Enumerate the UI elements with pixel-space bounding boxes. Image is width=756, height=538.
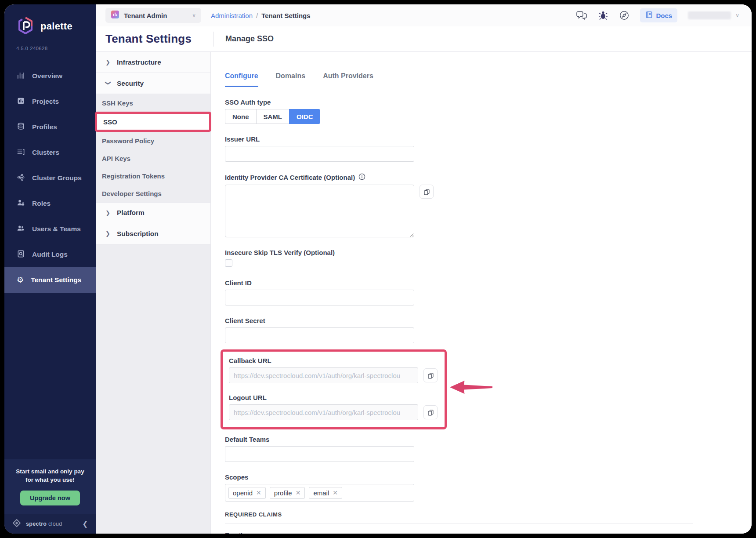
bug-report-icon[interactable] [598,10,608,21]
sidebar-item-label: Cluster Groups [32,174,82,182]
sidebar-item-label: Tenant Settings [31,276,81,284]
sidebar-item-overview[interactable]: Overview [4,63,96,89]
sidebar-item-roles[interactable]: Roles [4,191,96,216]
field-client-id: Client ID [225,279,752,305]
issuer-url-input[interactable] [225,146,414,162]
copy-ca-certificate-button[interactable] [420,185,434,199]
project-selector[interactable]: Tenant Admin ∨ [105,8,201,23]
auth-type-saml-button[interactable]: SAML [256,109,289,124]
sidebar-item-tenant-settings[interactable]: ⚙ Tenant Settings [4,267,96,293]
docs-button[interactable]: Docs [640,8,678,22]
tab-configure[interactable]: Configure [225,72,258,87]
collapse-sidebar-icon[interactable]: ❮ [82,520,88,528]
chevron-down-icon: ∨ [192,12,196,18]
callback-url-input[interactable] [229,367,418,383]
copy-callback-url-button[interactable] [423,368,438,382]
field-client-secret: Client Secret [225,317,752,343]
field-label: Callback URL [229,357,438,364]
field-label: Email [225,531,752,534]
default-teams-input[interactable] [225,446,414,462]
overview-icon [17,71,25,81]
field-label: Default Teams [225,436,752,443]
feedback-chat-icon[interactable] [576,11,587,20]
remove-chip-icon[interactable]: ✕ [296,489,301,496]
nav-item-ssh-keys[interactable]: SSH Keys [96,94,210,112]
logout-url-input[interactable] [229,404,418,420]
info-icon[interactable] [358,173,365,182]
auth-type-none-button[interactable]: None [225,109,256,124]
sidebar-item-cluster-groups[interactable]: Cluster Groups [4,165,96,191]
upgrade-now-button[interactable]: Upgrade now [20,491,80,505]
roles-icon [17,199,25,209]
field-label: Issuer URL [225,135,752,143]
nav-section-subscription[interactable]: ❯ Subscription [96,223,210,244]
sidebar-item-projects[interactable]: Projects [4,89,96,114]
sidebar-item-users-teams[interactable]: Users & Teams [4,216,96,242]
nav-section-security[interactable]: ❯ Security [96,73,210,94]
chevron-right-icon: ❯ [105,210,111,216]
sidebar-item-label: Profiles [32,123,57,131]
red-arrow-annotation [448,378,494,398]
ca-certificate-textarea[interactable] [225,185,414,237]
page-title: Tenant Settings [105,32,192,46]
client-secret-input[interactable] [225,327,414,343]
nav-item-sso[interactable]: SSO [95,112,211,132]
sidebar-item-label: Audit Logs [32,251,68,258]
nav-section-platform[interactable]: ❯ Platform [96,202,210,223]
copy-logout-url-button[interactable] [423,405,438,419]
tab-domains[interactable]: Domains [276,72,306,87]
sidebar-item-label: Projects [32,98,59,105]
field-label: Insecure Skip TLS Verify (Optional) [225,249,752,256]
page-subtitle: Manage SSO [225,34,274,44]
sidebar-item-label: Clusters [32,149,59,156]
sidebar-item-label: Roles [32,200,51,207]
cluster-groups-icon [17,173,25,183]
nav-item-developer-settings[interactable]: Developer Settings [96,185,210,202]
content-column: Tenant Admin ∨ Administration / Tenant S… [96,4,752,534]
topbar-actions: Docs ∨ [576,8,739,22]
scopes-input[interactable]: openid✕ profile✕ email✕ [225,484,414,502]
nav-item-registration-tokens[interactable]: Registration Tokens [96,167,210,185]
brand: palette [4,4,96,40]
nav-item-api-keys[interactable]: API Keys [96,149,210,167]
docs-label: Docs [656,12,673,19]
user-menu[interactable]: ∨ [688,11,739,19]
sso-configure-panel: Configure Domains Auth Providers SSO Aut… [211,52,752,534]
field-ca-certificate: Identity Provider CA Certificate (Option… [225,173,752,237]
auth-type-oidc-button[interactable]: OIDC [289,109,320,124]
remove-chip-icon[interactable]: ✕ [333,489,338,496]
nav-item-password-policy[interactable]: Password Policy [96,132,210,149]
sidebar-item-label: Overview [32,72,62,80]
explore-compass-icon[interactable] [619,10,629,21]
remove-chip-icon[interactable]: ✕ [256,489,261,496]
breadcrumb-current: Tenant Settings [261,12,310,19]
sidebar: palette 4.5.0-240628 Overview Projects P… [4,4,96,534]
sidebar-item-profiles[interactable]: Profiles [4,114,96,140]
field-sso-auth-type: SSO Auth type None SAML OIDC [225,98,752,124]
breadcrumb-separator: / [256,12,258,19]
sidebar-footer: spectro cloud ❮ [4,514,96,534]
breadcrumb: Administration / Tenant Settings [211,12,311,19]
field-label: Logout URL [229,394,438,401]
header-divider [213,32,214,47]
audit-logs-icon [17,250,25,260]
tabs: Configure Domains Auth Providers [225,72,752,87]
field-logout-url: Logout URL [229,394,438,420]
clusters-icon [17,148,25,158]
chevron-down-icon: ❯ [105,81,112,86]
footer-brand: spectro cloud [26,521,62,527]
field-label: Client ID [225,279,752,287]
sidebar-item-clusters[interactable]: Clusters [4,140,96,165]
tab-auth-providers[interactable]: Auth Providers [323,72,373,87]
sidebar-item-audit-logs[interactable]: Audit Logs [4,242,96,267]
client-id-input[interactable] [225,290,414,305]
breadcrumb-administration[interactable]: Administration [211,12,253,19]
field-issuer-url: Issuer URL [225,135,752,162]
field-label: Scopes [225,473,752,481]
nav-section-infrastructure[interactable]: ❯ Infrastructure [96,52,210,73]
security-subnav: SSH Keys SSO Password Policy API Keys Re… [96,94,210,202]
skip-tls-checkbox[interactable] [225,259,232,267]
section-label: Security [117,80,144,87]
scope-chip-profile: profile✕ [270,487,305,499]
user-name-blurred [688,11,731,19]
